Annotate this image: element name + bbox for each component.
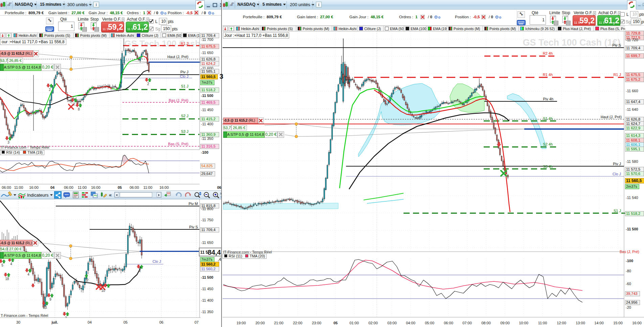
svg-text:5: 5 xyxy=(1,263,3,267)
svg-text:9: 9 xyxy=(49,298,51,301)
svg-text:T-Finance.com - Temps Réel: T-Finance.com - Temps Réel xyxy=(1,313,48,318)
svg-text:Bas (J, Pré): Bas (J, Pré) xyxy=(169,98,188,102)
svg-text:S3 J: S3 J xyxy=(181,129,188,133)
svg-text:2: 2 xyxy=(49,88,51,92)
svg-text:4: 4 xyxy=(27,273,29,276)
svg-text:3: 3 xyxy=(65,316,67,318)
svg-text:3: 3 xyxy=(7,141,9,144)
svg-text:GS Tech 100 Cash: GS Tech 100 Cash xyxy=(124,39,201,49)
svg-text:Piv S: Piv S xyxy=(189,225,198,229)
svg-text:10: 10 xyxy=(101,289,105,293)
svg-text:S1 J: S1 J xyxy=(181,84,188,88)
svg-text:2: 2 xyxy=(73,102,75,106)
svg-text:Haut (J, Pré): Haut (J, Pré) xyxy=(167,55,188,59)
svg-text:S2 J: S2 J xyxy=(181,114,188,118)
svg-text:2: 2 xyxy=(139,269,141,273)
svg-text:21: 21 xyxy=(43,305,47,309)
svg-text:IT-Finance.com - Temps Réel: IT-Finance.com - Temps Réel xyxy=(1,145,49,149)
svg-text:18: 18 xyxy=(5,277,9,281)
svg-text:Bas (S, Pré): Bas (S, Pré) xyxy=(168,142,188,146)
svg-text:R1 J: R1 J xyxy=(181,42,188,46)
svg-text:Clo J: Clo J xyxy=(180,74,188,78)
svg-text:Clo J: Clo J xyxy=(153,259,161,263)
svg-text:4: 4 xyxy=(10,262,12,266)
svg-text:2: 2 xyxy=(87,278,89,282)
svg-text:8: 8 xyxy=(78,107,80,111)
svg-text:Piv M: Piv M xyxy=(189,202,198,206)
svg-text:2: 2 xyxy=(147,82,149,86)
svg-text:Piv J: Piv J xyxy=(180,70,188,74)
